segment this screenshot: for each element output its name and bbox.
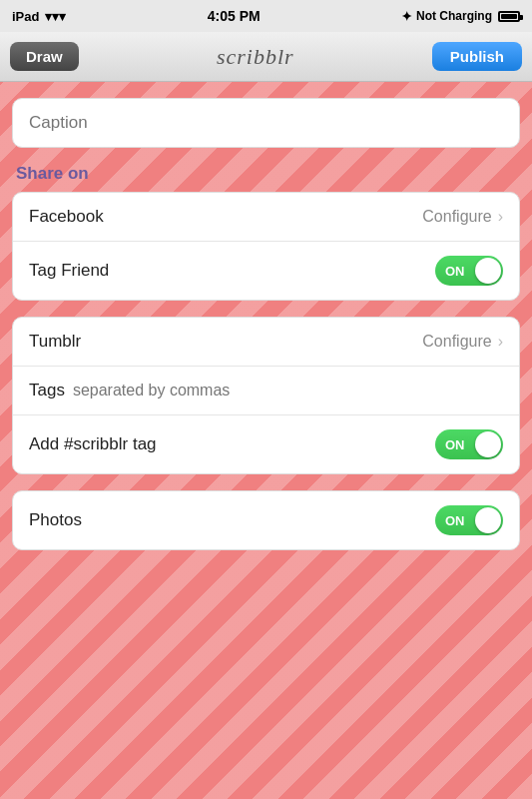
tags-label: Tags xyxy=(29,381,65,400)
tag-friend-row: Tag Friend ON xyxy=(13,242,519,300)
facebook-chevron-icon: › xyxy=(498,208,503,226)
tumblr-chevron-icon: › xyxy=(498,333,503,351)
tag-friend-toggle-thumb xyxy=(475,258,501,284)
photos-toggle-label: ON xyxy=(445,513,465,528)
app-title: scribblr xyxy=(217,44,294,70)
publish-button[interactable]: Publish xyxy=(432,42,522,71)
tags-input[interactable] xyxy=(73,382,503,400)
tumblr-row[interactable]: Tumblr Configure › xyxy=(13,318,519,367)
status-right: ✦ Not Charging xyxy=(401,9,520,24)
device-label: iPad xyxy=(12,9,39,24)
photos-toggle-thumb xyxy=(475,507,501,533)
charging-label: Not Charging xyxy=(416,9,492,23)
tag-friend-toggle-label: ON xyxy=(445,264,465,279)
photos-row: Photos ON xyxy=(13,491,519,549)
facebook-configure[interactable]: Configure › xyxy=(422,208,503,226)
share-on-header: Share on xyxy=(12,164,520,184)
main-content: Share on Facebook Configure › Tag Friend… xyxy=(0,82,532,799)
photos-toggle[interactable]: ON xyxy=(435,505,503,535)
tumblr-configure-label: Configure xyxy=(422,333,491,351)
bluetooth-icon: ✦ xyxy=(401,9,412,24)
time-display: 4:05 PM xyxy=(208,8,261,24)
wifi-icon: ▾▾▾ xyxy=(45,9,66,24)
facebook-label: Facebook xyxy=(29,207,104,227)
add-hashtag-row: Add #scribblr tag ON xyxy=(13,415,519,473)
status-bar: iPad ▾▾▾ 4:05 PM ✦ Not Charging xyxy=(0,0,532,32)
add-hashtag-label: Add #scribblr tag xyxy=(29,434,157,454)
tumblr-configure[interactable]: Configure › xyxy=(422,333,503,351)
nav-bar: Draw scribblr Publish xyxy=(0,32,532,82)
add-hashtag-toggle-thumb xyxy=(475,431,501,457)
tag-friend-toggle[interactable]: ON xyxy=(435,256,503,286)
tumblr-label: Tumblr xyxy=(29,332,81,352)
tag-friend-label: Tag Friend xyxy=(29,261,109,281)
facebook-card-group: Facebook Configure › Tag Friend ON xyxy=(12,192,520,301)
facebook-configure-label: Configure xyxy=(422,208,491,226)
add-hashtag-toggle-label: ON xyxy=(445,437,465,452)
battery-icon xyxy=(498,11,520,22)
caption-input[interactable] xyxy=(12,98,520,148)
add-hashtag-toggle[interactable]: ON xyxy=(435,429,503,459)
tumblr-card-group: Tumblr Configure › Tags Add #scribblr ta… xyxy=(12,317,520,474)
draw-button[interactable]: Draw xyxy=(10,42,79,71)
photos-card-group: Photos ON xyxy=(12,490,520,550)
photos-label: Photos xyxy=(29,510,82,530)
tags-row: Tags xyxy=(13,367,519,415)
status-left: iPad ▾▾▾ xyxy=(12,9,66,24)
facebook-row[interactable]: Facebook Configure › xyxy=(13,193,519,242)
